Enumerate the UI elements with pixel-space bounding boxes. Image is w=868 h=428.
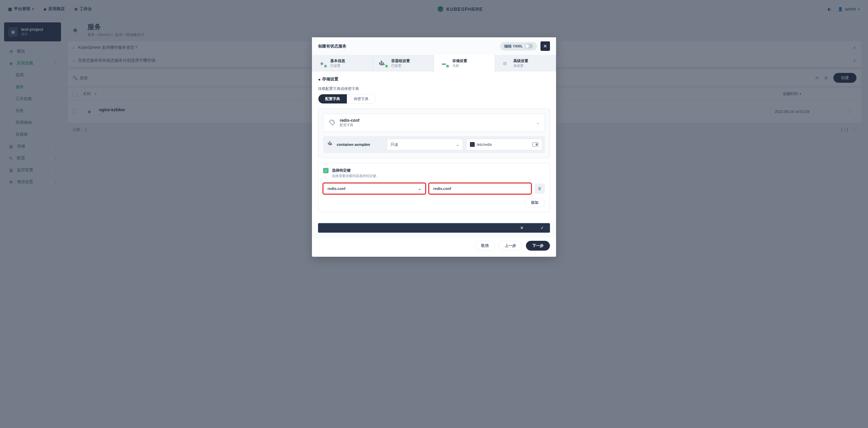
svg-rect-7 <box>329 143 330 144</box>
prev-button[interactable]: 上一步 <box>498 241 522 251</box>
configmap-type: 配置字典 <box>340 123 359 128</box>
chevron-down-icon: ⌄ <box>456 142 459 147</box>
chevron-down-icon: ⌄ <box>536 120 540 125</box>
container-label: container-axmpbm <box>326 141 383 148</box>
step-pod[interactable]: 容器组设置已设置 <box>373 55 434 72</box>
configmap-selector[interactable]: redis-conf 配置字典 ⌄ <box>323 114 545 132</box>
hammer-icon <box>328 119 336 127</box>
wizard-steps: ◉ 基本信息已设置 容器组设置已设置 ▬ 存储设置当前 ⊟ 高级设置未设置 <box>312 55 556 72</box>
trash-icon: 🗑 <box>538 186 542 191</box>
sliders-icon: ⊟ <box>500 59 510 67</box>
configmap-name: redis-conf <box>340 118 359 123</box>
key-row: redis.conf ⌄ redis.conf 🗑 <box>323 183 545 194</box>
step-title: 基本信息 <box>330 58 345 63</box>
docker-icon <box>328 141 334 148</box>
modal-body: ◂ 存储设置 挂载配置字典或保密字典 配置字典 保密字典 redis-conf … <box>312 72 556 222</box>
bar-confirm-icon[interactable]: ✓ <box>540 226 544 230</box>
step-title: 存储设置 <box>452 58 467 63</box>
disk-icon: ▬ <box>439 59 449 67</box>
back-arrow-icon[interactable]: ◂ <box>318 77 320 82</box>
path-prefix-icon: ⬚ <box>470 142 475 147</box>
modal-overlay: 创建有状态服务 编辑 YAML ✕ ◉ 基本信息已设置 容器组设置已 <box>0 0 868 428</box>
checkbox-checked-icon: ✓ <box>323 168 329 173</box>
step-sub: 未设置 <box>513 63 528 68</box>
svg-rect-3 <box>381 62 382 64</box>
add-key-button[interactable]: 添加 <box>525 198 545 207</box>
step-sub: 已设置 <box>330 63 345 68</box>
modal-close-button[interactable]: ✕ <box>540 41 550 51</box>
svg-rect-8 <box>331 143 332 144</box>
svg-rect-9 <box>329 141 330 142</box>
chevron-down-icon: ⌄ <box>418 187 421 191</box>
step-title: 高级设置 <box>513 58 528 63</box>
path-suffix-icon <box>532 142 538 147</box>
key-path-input[interactable]: redis.conf <box>429 183 531 194</box>
toggle-switch <box>525 44 533 48</box>
keys-desc: 选择需要挂载到容器的特定键。 <box>332 174 379 178</box>
keys-title: 选择特定键 <box>332 168 379 173</box>
create-service-modal: 创建有状态服务 编辑 YAML ✕ ◉ 基本信息已设置 容器组设置已 <box>312 37 556 257</box>
container-mount-row: container-axmpbm 只读 ⌄ ⬚ /etc/redis <box>323 136 545 153</box>
svg-rect-6 <box>328 143 329 144</box>
svg-rect-4 <box>382 62 384 64</box>
modal-title: 创建有状态服务 <box>318 43 347 49</box>
container-name: container-axmpbm <box>337 142 370 147</box>
modal-footer: 取消 上一步 下一步 <box>312 237 556 257</box>
step-advanced[interactable]: ⊟ 高级设置未设置 <box>495 55 556 72</box>
mount-path-input[interactable]: ⬚ /etc/redis <box>466 139 542 150</box>
close-icon: ✕ <box>543 43 547 49</box>
yaml-toggle-label: 编辑 YAML <box>504 44 523 49</box>
section-title: ◂ 存储设置 <box>318 76 550 82</box>
step-basic[interactable]: ◉ 基本信息已设置 <box>312 55 373 72</box>
mount-path-value: /etc/redis <box>477 142 492 147</box>
record-icon: ◉ <box>317 59 327 67</box>
mount-mode-value: 只读 <box>391 142 398 147</box>
mount-card: redis-conf 配置字典 ⌄ container-axmpbm 只读 <box>318 109 550 158</box>
confirm-bar: ✕ ✓ <box>318 223 550 233</box>
delete-key-button[interactable]: 🗑 <box>535 183 545 194</box>
next-button[interactable]: 下一步 <box>526 241 550 251</box>
docker-icon <box>378 59 388 67</box>
specific-keys-check[interactable]: ✓ 选择特定键 选择需要挂载到容器的特定键。 <box>323 168 545 178</box>
key-select[interactable]: redis.conf ⌄ <box>323 183 426 194</box>
mount-label: 挂载配置字典或保密字典 <box>318 86 550 91</box>
cancel-button[interactable]: 取消 <box>475 241 495 251</box>
tab-secret[interactable]: 保密字典 <box>347 94 375 103</box>
step-sub: 当前 <box>452 63 467 68</box>
key-select-value: redis.conf <box>328 187 346 191</box>
dict-type-tabs: 配置字典 保密字典 <box>318 94 376 104</box>
mount-mode-select[interactable]: 只读 ⌄ <box>387 139 463 150</box>
bar-cancel-icon[interactable]: ✕ <box>520 226 524 230</box>
tab-configmap[interactable]: 配置字典 <box>318 94 347 103</box>
svg-rect-5 <box>381 61 382 62</box>
step-storage[interactable]: ▬ 存储设置当前 <box>434 55 495 72</box>
step-title: 容器组设置 <box>391 58 410 63</box>
key-path-value: redis.conf <box>433 187 451 191</box>
specific-keys-card: ✓ 选择特定键 选择需要挂载到容器的特定键。 redis.conf ⌄ redi… <box>318 163 550 212</box>
step-sub: 已设置 <box>391 63 410 68</box>
modal-header: 创建有状态服务 编辑 YAML ✕ <box>312 37 556 55</box>
yaml-toggle[interactable]: 编辑 YAML <box>500 42 537 51</box>
svg-rect-2 <box>379 62 380 64</box>
